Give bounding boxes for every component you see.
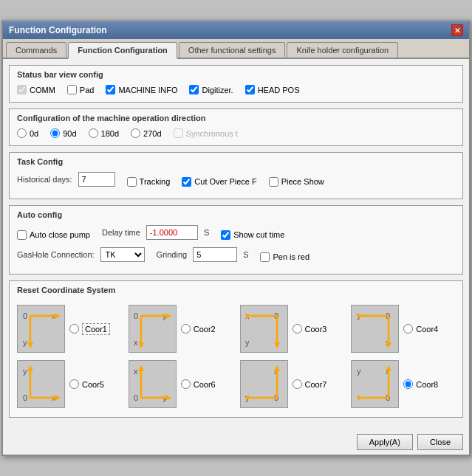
head-pos-checkbox[interactable] — [245, 85, 255, 94]
coor7-radio-group: Coor7 — [293, 379, 327, 389]
radio-90d[interactable]: 90d — [50, 128, 76, 138]
coor6-radio-group: Coor6 — [181, 379, 216, 389]
checkbox-comm[interactable]: COMM — [17, 85, 55, 94]
apply-button[interactable]: Apply(A) — [357, 434, 413, 450]
radio-0d[interactable]: 0d — [17, 128, 38, 138]
status-bar-title: Status bar view config — [17, 70, 455, 79]
svg-text:0: 0 — [23, 311, 27, 320]
coor8-label: Coor8 — [416, 380, 438, 389]
coord-box-7: 0 y x — [240, 360, 288, 408]
checkbox-machine-info[interactable]: MACHINE INFO — [106, 85, 177, 94]
svg-marker-20 — [274, 342, 280, 348]
synchronous-label: Synchronous t — [186, 129, 238, 138]
coord-box-4: y 0 x — [351, 305, 399, 353]
svg-text:x: x — [134, 338, 138, 347]
delay-time-label: Delay time — [102, 228, 140, 237]
tracking-checkbox[interactable] — [127, 177, 137, 187]
pen-is-red-checkbox[interactable] — [260, 252, 270, 262]
coor1-radio[interactable] — [69, 324, 79, 334]
coord-item-3: x 0 y Coor3 — [240, 305, 344, 353]
grinding-input[interactable] — [193, 247, 237, 262]
machine-info-checkbox[interactable] — [106, 85, 115, 94]
auto-config-title: Auto config — [17, 210, 455, 219]
radio-270d[interactable]: 270d — [131, 128, 161, 138]
window-title: Function Configuration — [9, 25, 107, 35]
coord-item-7: 0 y x Coor7 — [240, 360, 344, 408]
svg-text:y: y — [357, 367, 361, 376]
svg-text:x: x — [134, 367, 138, 376]
coor2-radio[interactable] — [181, 324, 191, 334]
status-bar-section: Status bar view config COMM Pad MACHINE … — [9, 65, 463, 103]
gashole-field: GasHole Connection: TK NK — [17, 247, 145, 262]
show-cut-time-checkbox[interactable] — [221, 230, 230, 240]
close-button[interactable]: Close — [417, 434, 463, 450]
digitizer-label: Digitizer. — [202, 86, 233, 94]
coor3-radio[interactable] — [293, 324, 302, 334]
coord-grid: 0 x y Coor1 — [17, 300, 455, 413]
radio-270d-input[interactable] — [131, 128, 140, 138]
main-window: Function Configuration ✕ Commands Functi… — [1, 20, 471, 456]
coor7-label: Coor7 — [305, 380, 327, 389]
close-icon[interactable]: ✕ — [451, 24, 463, 36]
tab-function-config[interactable]: Function Configuration — [68, 42, 177, 59]
coor2-label: Coor2 — [194, 325, 216, 334]
svg-marker-34 — [27, 365, 33, 371]
svg-text:0: 0 — [134, 393, 138, 402]
auto-close-pump-checkbox[interactable] — [17, 230, 27, 240]
checkbox-tracking[interactable]: Tracking — [127, 177, 171, 187]
coor3-radio-group: Coor3 — [293, 324, 327, 334]
radio-180d-input[interactable] — [89, 128, 98, 138]
coor4-radio[interactable] — [403, 324, 413, 334]
svg-marker-41 — [138, 365, 144, 371]
radio-180d[interactable]: 180d — [89, 128, 119, 138]
title-bar: Function Configuration ✕ — [3, 21, 469, 39]
checkbox-pen-is-red[interactable]: Pen is red — [260, 252, 309, 262]
tab-commands[interactable]: Commands — [6, 42, 66, 58]
pad-checkbox[interactable] — [67, 85, 77, 94]
tab-other-functional[interactable]: Other functional settings — [179, 42, 286, 58]
delay-time-input[interactable] — [146, 225, 198, 240]
svg-marker-4 — [55, 313, 61, 319]
radio-90d-input[interactable] — [50, 128, 60, 138]
svg-marker-32 — [55, 395, 61, 401]
svg-marker-53 — [358, 395, 362, 401]
radio-270d-label: 270d — [143, 129, 161, 138]
cut-over-piece-checkbox[interactable] — [182, 177, 191, 187]
gashole-select[interactable]: TK NK — [100, 247, 145, 262]
checkbox-auto-close-pump[interactable]: Auto close pump — [17, 230, 90, 240]
tab-bar: Commands Function Configuration Other fu… — [3, 39, 469, 59]
checkbox-cut-over-piece[interactable]: Cut Over Piece F — [182, 177, 256, 187]
coor2-radio-group: Coor2 — [181, 324, 216, 334]
coor7-radio[interactable] — [293, 379, 302, 389]
coor3-label: Coor3 — [305, 325, 327, 334]
checkbox-piece-show[interactable]: Piece Show — [269, 177, 324, 187]
machine-direction-section: Configuration of the machine operation d… — [9, 108, 463, 146]
coor5-radio[interactable] — [69, 379, 79, 389]
radio-0d-input[interactable] — [17, 128, 27, 138]
checkbox-digitizer[interactable]: Digitizer. — [189, 85, 233, 94]
checkbox-show-cut-time[interactable]: Show cut time — [221, 230, 284, 240]
tab-knife-holder[interactable]: Knife holder configuration — [287, 42, 398, 58]
coord-box-8: 0 y x — [351, 360, 399, 408]
reset-coord-title: Reset Coordinate System — [17, 286, 455, 294]
piece-show-label: Piece Show — [281, 177, 324, 186]
grinding-unit: S — [243, 250, 248, 259]
historical-days-input[interactable] — [78, 172, 115, 187]
svg-text:y: y — [23, 338, 27, 347]
pad-label: Pad — [80, 86, 95, 94]
checkbox-head-pos[interactable]: HEAD POS — [245, 85, 300, 94]
coor8-radio[interactable] — [403, 379, 413, 389]
comm-checkbox[interactable] — [17, 85, 27, 94]
coord-box-5: y x 0 — [17, 360, 65, 408]
radio-180d-label: 180d — [101, 129, 119, 138]
gashole-label: GasHole Connection: — [17, 250, 95, 259]
digitizer-checkbox[interactable] — [189, 85, 199, 94]
bottom-button-bar: Apply(A) Close — [3, 430, 469, 455]
coor6-radio[interactable] — [181, 379, 191, 389]
checkbox-synchronous[interactable]: Synchronous t — [174, 128, 238, 138]
piece-show-checkbox[interactable] — [269, 177, 278, 187]
machine-info-label: MACHINE INFO — [118, 86, 177, 94]
task-config-title: Task Config — [17, 157, 455, 166]
checkbox-pad[interactable]: Pad — [67, 85, 95, 94]
synchronous-checkbox — [174, 128, 183, 138]
